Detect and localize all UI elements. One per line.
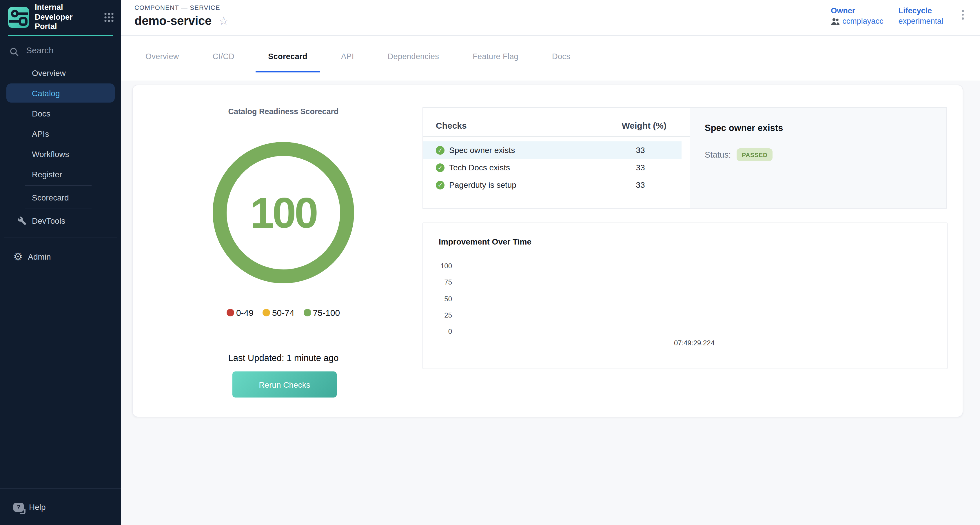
y-axis-tick: 100 bbox=[429, 262, 452, 270]
sidebar-nav: Overview Catalog Docs APIs Workflows Reg… bbox=[0, 63, 121, 231]
check-row-tech-docs[interactable]: ✓ Tech Docs exists 33 bbox=[423, 159, 681, 176]
y-axis-tick: 75 bbox=[429, 278, 452, 286]
status-label: Status: bbox=[705, 150, 731, 159]
sidebar-item-label: APIs bbox=[32, 129, 49, 138]
sidebar-item-label: Register bbox=[32, 170, 62, 179]
legend-dot-green bbox=[304, 309, 311, 317]
sidebar-item-label: Workflows bbox=[32, 149, 69, 159]
check-detail-panel: Spec owner exists Status: PASSED bbox=[690, 108, 947, 208]
tab-scorecard[interactable]: Scorecard bbox=[255, 42, 320, 72]
column-header-weight: Weight (%) bbox=[622, 121, 667, 130]
check-passed-icon: ✓ bbox=[436, 163, 444, 172]
sidebar-item-register[interactable]: Register bbox=[0, 164, 121, 184]
owner-value[interactable]: ccmplayacc bbox=[831, 17, 883, 25]
sidebar-item-catalog[interactable]: Catalog bbox=[6, 83, 115, 103]
search-icon bbox=[9, 47, 19, 60]
lifecycle-block: Lifecycle experimental bbox=[898, 6, 943, 25]
score-value: 100 bbox=[250, 188, 317, 237]
brand-divider bbox=[8, 35, 113, 36]
sidebar-item-label: Catalog bbox=[32, 88, 60, 98]
main-area: COMPONENT — SERVICE demo-service ☆ Owner bbox=[121, 0, 980, 525]
tab-cicd[interactable]: CI/CD bbox=[200, 42, 247, 72]
more-options-icon[interactable] bbox=[958, 6, 967, 23]
brand-header: Internal Developer Portal bbox=[0, 0, 121, 35]
sidebar-item-label: Scorecard bbox=[32, 192, 69, 202]
legend-item: 50-74 bbox=[263, 308, 294, 318]
improvement-chart: Improvement Over Time 100 75 50 25 0 07:… bbox=[423, 223, 948, 369]
checks-panel: Checks Weight (%) ✓ Spec owner exists 33 bbox=[423, 107, 947, 208]
sidebar-item-label: Help bbox=[29, 503, 46, 512]
apps-grid-icon[interactable] bbox=[104, 12, 114, 22]
entity-meta: Owner ccmplayacc Lifecycle bbox=[831, 4, 967, 25]
breadcrumb: COMPONENT — SERVICE bbox=[134, 4, 229, 11]
sidebar-item-admin[interactable]: ⚙ Admin bbox=[0, 246, 121, 267]
sidebar-spacer bbox=[0, 267, 121, 488]
sidebar-item-devtools[interactable]: DevTools bbox=[0, 210, 121, 231]
check-passed-icon: ✓ bbox=[436, 180, 444, 189]
x-axis-tick: 07:49:29.224 bbox=[654, 339, 735, 347]
search-box[interactable]: Search bbox=[9, 45, 92, 60]
last-updated-text: Last Updated: 1 minute ago bbox=[133, 353, 434, 363]
nav-divider bbox=[25, 185, 92, 186]
sidebar-item-label: Overview bbox=[32, 68, 66, 77]
sidebar-item-label: Admin bbox=[28, 252, 51, 261]
scorecard-title: Catalog Readiness Scorecard bbox=[133, 107, 434, 116]
check-row-spec-owner[interactable]: ✓ Spec owner exists 33 bbox=[423, 142, 681, 159]
legend-item: 75-100 bbox=[304, 308, 340, 318]
legend-dot-red bbox=[227, 309, 234, 317]
sidebar-item-label: Docs bbox=[32, 109, 51, 118]
owner-block: Owner ccmplayacc bbox=[831, 6, 883, 25]
tab-feature-flag[interactable]: Feature Flag bbox=[460, 42, 531, 72]
sidebar-item-apis[interactable]: APIs bbox=[0, 123, 121, 144]
score-gauge: 100 bbox=[213, 142, 354, 283]
favorite-star-icon[interactable]: ☆ bbox=[218, 15, 229, 27]
check-detail-title: Spec owner exists bbox=[705, 123, 947, 133]
legend-dot-yellow bbox=[263, 309, 270, 317]
people-icon bbox=[831, 18, 840, 25]
sidebar-item-scorecard[interactable]: Scorecard bbox=[0, 187, 121, 207]
tab-docs[interactable]: Docs bbox=[539, 42, 583, 72]
search-input[interactable]: Search bbox=[26, 45, 92, 60]
owner-label[interactable]: Owner bbox=[831, 6, 883, 15]
check-row-pagerduty[interactable]: ✓ Pagerduty is setup 33 bbox=[423, 176, 681, 194]
score-column: Catalog Readiness Scorecard 100 0-49 50-… bbox=[133, 85, 434, 417]
admin-divider bbox=[4, 238, 117, 238]
chart-title: Improvement Over Time bbox=[439, 237, 531, 246]
checks-table-header: Checks Weight (%) bbox=[423, 115, 690, 137]
entity-tabs: Overview CI/CD Scorecard API Dependencie… bbox=[121, 36, 980, 81]
wrench-icon bbox=[18, 216, 27, 225]
score-legend: 0-49 50-74 75-100 bbox=[133, 308, 434, 318]
rerun-checks-button[interactable]: Rerun Checks bbox=[232, 371, 337, 398]
entity-heading: COMPONENT — SERVICE demo-service ☆ bbox=[134, 4, 229, 28]
check-passed-icon: ✓ bbox=[436, 146, 444, 154]
tab-api[interactable]: API bbox=[328, 42, 367, 72]
lifecycle-value: experimental bbox=[898, 17, 943, 25]
nav-divider bbox=[25, 208, 92, 209]
y-axis-tick: 50 bbox=[429, 295, 452, 303]
scorecard-card: Catalog Readiness Scorecard 100 0-49 50-… bbox=[132, 84, 963, 417]
help-chat-icon: ? bbox=[13, 503, 24, 511]
content-area: Catalog Readiness Scorecard 100 0-49 50-… bbox=[121, 81, 980, 525]
legend-item: 0-49 bbox=[227, 308, 253, 318]
lifecycle-label[interactable]: Lifecycle bbox=[898, 6, 943, 15]
sidebar-item-docs[interactable]: Docs bbox=[0, 103, 121, 123]
checks-table: Checks Weight (%) ✓ Spec owner exists 33 bbox=[423, 108, 690, 208]
app-window: Internal Developer Portal Search Overvie… bbox=[0, 0, 980, 525]
portal-logo-icon bbox=[8, 7, 29, 28]
status-badge: PASSED bbox=[737, 148, 773, 161]
sidebar-item-help[interactable]: ? Help bbox=[0, 489, 121, 525]
column-header-checks: Checks bbox=[436, 121, 467, 130]
y-axis-tick: 25 bbox=[429, 311, 452, 319]
sidebar-item-workflows[interactable]: Workflows bbox=[0, 144, 121, 164]
sidebar-item-label: DevTools bbox=[32, 216, 65, 225]
sidebar: Internal Developer Portal Search Overvie… bbox=[0, 0, 121, 525]
brand-title: Internal Developer Portal bbox=[35, 3, 91, 32]
tab-overview[interactable]: Overview bbox=[133, 42, 192, 72]
tab-dependencies[interactable]: Dependencies bbox=[375, 42, 452, 72]
sidebar-item-overview[interactable]: Overview bbox=[0, 63, 121, 83]
gear-icon: ⚙ bbox=[13, 251, 22, 262]
page-title: demo-service bbox=[134, 14, 212, 28]
entity-header: COMPONENT — SERVICE demo-service ☆ Owner bbox=[121, 0, 980, 36]
y-axis-tick: 0 bbox=[429, 328, 452, 336]
